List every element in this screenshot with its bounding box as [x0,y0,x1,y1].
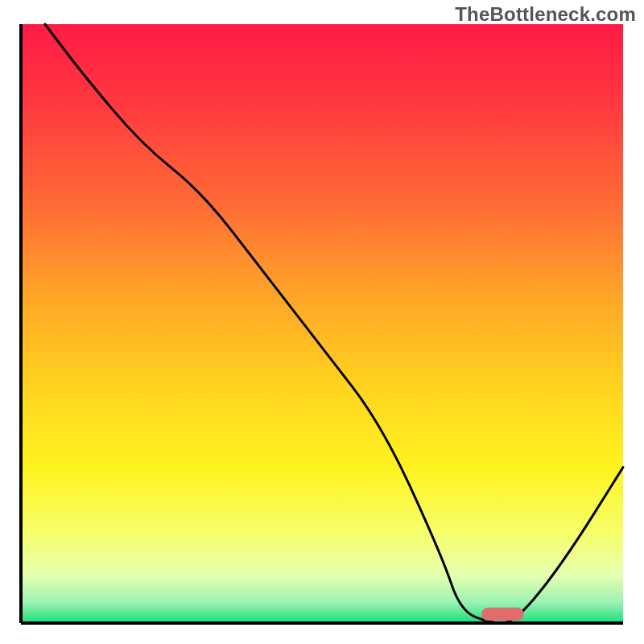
watermark-text: TheBottleneck.com [455,3,636,26]
bottleneck-chart [0,0,644,644]
ideal-zone-marker [481,608,523,621]
plot-background [21,24,623,623]
chart-container: TheBottleneck.com [0,0,644,644]
